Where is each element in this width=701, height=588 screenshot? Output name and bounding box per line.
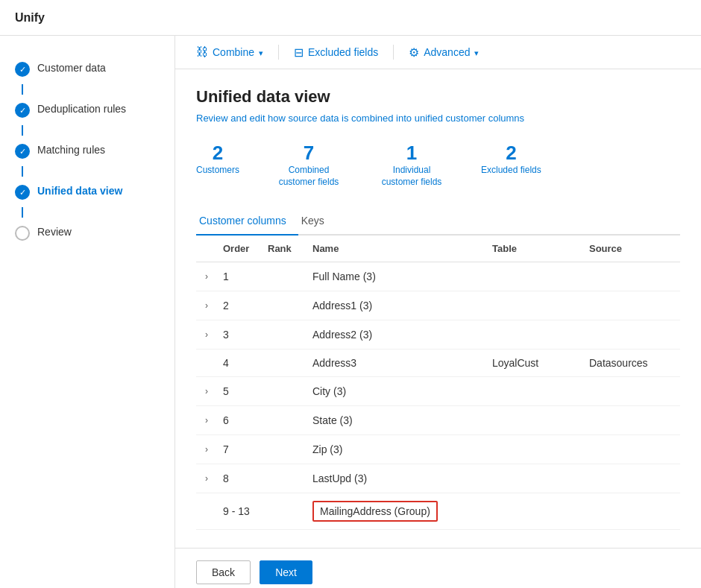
empty-icon [15, 226, 30, 241]
combine-chevron [259, 46, 263, 58]
table-cell-order: 4 [217, 350, 262, 377]
completed-icon-3: ✓ [15, 144, 30, 159]
table-cell-chevron: › [196, 377, 217, 406]
sidebar-item-customer-data[interactable]: ✓ Customer data [0, 54, 175, 84]
table-cell-table [486, 435, 583, 464]
table-cell-rank [262, 320, 307, 350]
table-cell-table [486, 377, 583, 406]
sidebar-item-unified-data-view[interactable]: ✓ Unified data view [0, 177, 175, 207]
th-table: Table [486, 235, 583, 262]
table-cell-source [583, 493, 680, 530]
table-cell-source [583, 464, 680, 493]
stat-excluded-fields[interactable]: 2 Excluded fields [481, 142, 541, 188]
sidebar-label-customer-data: Customer data [37, 61, 106, 76]
table-cell-table [486, 464, 583, 493]
table-cell-rank [262, 406, 307, 435]
data-table: Order Rank Name Table Source ›1Full Name… [196, 235, 680, 530]
th-order[interactable]: Order [217, 235, 262, 262]
table-cell-name: Address1 (3) [307, 291, 486, 320]
expand-chevron[interactable]: › [202, 270, 211, 283]
sidebar-label-deduplication: Deduplication rules [37, 102, 126, 117]
expand-chevron[interactable]: › [202, 443, 211, 456]
table-cell-source [583, 435, 680, 464]
table-cell-name: City (3) [307, 377, 486, 406]
stat-individual-label: Individual customer fields [378, 165, 445, 188]
combine-button[interactable]: ⛓ Combine [196, 45, 263, 59]
table-cell-name: State (3) [307, 406, 486, 435]
footer: Back Next [175, 548, 701, 588]
table-cell-source: Datasources [583, 350, 680, 377]
table-row: ›8LastUpd (3) [196, 464, 680, 493]
expand-chevron[interactable]: › [202, 299, 211, 312]
stat-excluded-label: Excluded fields [481, 165, 541, 177]
advanced-chevron [474, 46, 479, 58]
highlighted-name: MailingAddress (Group) [312, 501, 438, 522]
expand-chevron[interactable]: › [202, 472, 211, 485]
stat-individual-fields[interactable]: 1 Individual customer fields [378, 142, 445, 188]
advanced-icon: ⚙ [409, 45, 419, 60]
table-cell-name: MailingAddress (Group) [307, 493, 486, 530]
table-cell-order: 3 [217, 320, 262, 350]
toolbar: ⛓ Combine ⊟ Excluded fields ⚙ Advanced [175, 36, 701, 69]
toolbar-sep-2 [393, 45, 394, 60]
table-cell-name: LastUpd (3) [307, 464, 486, 493]
table-row: ›3Address2 (3) [196, 320, 680, 350]
table-cell-table [486, 406, 583, 435]
table-cell-table [486, 493, 583, 530]
tab-customer-columns[interactable]: Customer columns [196, 209, 298, 235]
completed-icon-4: ✓ [15, 185, 30, 200]
table-cell-name: Address2 (3) [307, 320, 486, 350]
th-chevron [196, 235, 217, 262]
table-cell-rank [262, 350, 307, 377]
table-row: ›2Address1 (3) [196, 291, 680, 320]
table-cell-rank [262, 435, 307, 464]
stats-row: 2 Customers 7 Combined customer fields 1… [196, 142, 680, 188]
tab-keys[interactable]: Keys [298, 209, 336, 235]
table-row: ›5City (3) [196, 377, 680, 406]
expand-chevron[interactable]: › [202, 385, 211, 398]
table-cell-chevron: › [196, 406, 217, 435]
table-cell-name: Full Name (3) [307, 262, 486, 291]
table-cell-rank [262, 464, 307, 493]
stat-combined-fields[interactable]: 7 Combined customer fields [275, 142, 342, 188]
advanced-label: Advanced [424, 46, 470, 58]
expand-chevron[interactable]: › [202, 328, 211, 341]
table-cell-chevron: › [196, 435, 217, 464]
stat-combined-label: Combined customer fields [275, 165, 342, 188]
table-cell-rank [262, 291, 307, 320]
back-button[interactable]: Back [196, 560, 251, 584]
stat-customers[interactable]: 2 Customers [196, 142, 239, 188]
sidebar-label-unified: Unified data view [37, 184, 122, 199]
table-row: 4Address3LoyalCustDatasources [196, 350, 680, 377]
table-header-row: Order Rank Name Table Source [196, 235, 680, 262]
table-cell-rank [262, 493, 307, 530]
sidebar-item-deduplication-rules[interactable]: ✓ Deduplication rules [0, 95, 175, 125]
table-cell-chevron: › [196, 320, 217, 350]
sidebar-connector-3 [22, 166, 23, 177]
excluded-fields-button[interactable]: ⊟ Excluded fields [294, 45, 378, 60]
next-button[interactable]: Next [260, 560, 312, 584]
app-title: Unify [15, 11, 45, 25]
th-rank[interactable]: Rank [262, 235, 307, 262]
excluded-fields-label: Excluded fields [308, 46, 378, 58]
table-cell-name: Zip (3) [307, 435, 486, 464]
sidebar-label-matching: Matching rules [37, 143, 105, 158]
table-cell-chevron: › [196, 262, 217, 291]
sidebar-connector-4 [22, 207, 23, 218]
completed-icon: ✓ [15, 62, 30, 77]
table-cell-order: 8 [217, 464, 262, 493]
sidebar-item-review[interactable]: Review [0, 218, 175, 248]
table-cell-source [583, 406, 680, 435]
advanced-button[interactable]: ⚙ Advanced [409, 45, 479, 60]
expand-chevron[interactable]: › [202, 414, 211, 427]
stat-customers-label: Customers [196, 165, 239, 177]
table-cell-order: 2 [217, 291, 262, 320]
table-row: ›7Zip (3) [196, 435, 680, 464]
excluded-fields-icon: ⊟ [294, 45, 304, 60]
table-cell-order: 6 [217, 406, 262, 435]
tabs: Customer columns Keys [196, 209, 680, 235]
page-subtitle: Review and edit how source data is combi… [196, 113, 680, 124]
table-cell-order: 7 [217, 435, 262, 464]
sidebar-item-matching-rules[interactable]: ✓ Matching rules [0, 136, 175, 166]
table-cell-rank [262, 262, 307, 291]
